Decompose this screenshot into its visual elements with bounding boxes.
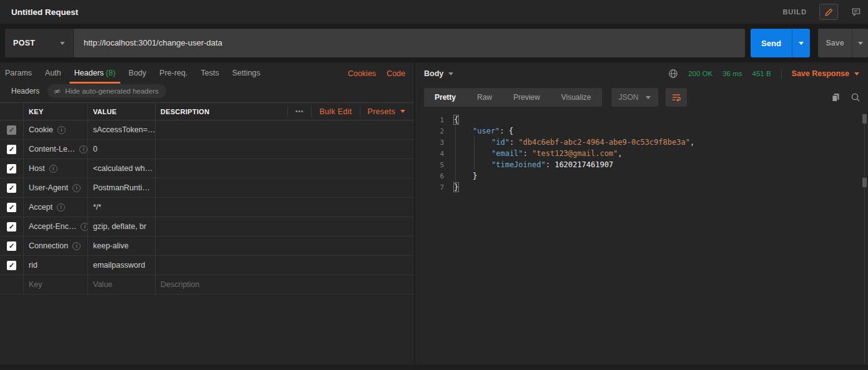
info-icon[interactable]: i — [72, 184, 81, 192]
header-value-cell[interactable]: sAccessToken=… — [87, 120, 155, 139]
hide-autogenerated-headers-button[interactable]: Hide auto-generated headers — [47, 84, 166, 98]
save-button[interactable]: Save — [818, 29, 852, 57]
header-key-cell[interactable]: Hosti — [23, 159, 87, 178]
tab-auth[interactable]: Auth — [45, 63, 61, 84]
info-icon[interactable]: i — [72, 242, 81, 250]
divider — [311, 107, 312, 117]
scrollbar-thumb[interactable] — [862, 114, 867, 124]
header-description-cell[interactable] — [155, 256, 414, 275]
format-dropdown[interactable]: JSON — [611, 88, 658, 107]
chevron-down-icon — [448, 72, 453, 75]
view-tab-visualize[interactable]: Visualize — [551, 88, 602, 107]
info-icon[interactable]: i — [49, 165, 57, 173]
info-icon[interactable]: i — [79, 145, 87, 153]
line-number: 1 — [415, 116, 454, 124]
new-key-input[interactable]: Key — [23, 275, 87, 294]
divider — [360, 107, 360, 117]
tab-tests[interactable]: Tests — [200, 63, 219, 84]
tab-label: Tests — [200, 69, 219, 77]
chevron-down-icon — [854, 72, 859, 75]
row-checkbox[interactable] — [7, 222, 16, 231]
globe-icon[interactable] — [668, 69, 678, 79]
comments-button[interactable] — [847, 4, 866, 20]
tab-pre-req-[interactable]: Pre-req. — [159, 63, 187, 84]
method-select[interactable]: POST — [5, 29, 74, 57]
tab-headers[interactable]: Headers (8) — [74, 63, 116, 84]
search-icon[interactable] — [851, 92, 861, 102]
indent-guide — [455, 137, 473, 148]
table-row: Hosti<calculated wh… — [0, 159, 414, 178]
header-key-cell[interactable]: Cookiei — [23, 120, 87, 139]
header-key-cell[interactable]: Accept-Enc…i — [23, 217, 87, 236]
header-key-cell[interactable]: Connectioni — [23, 236, 87, 255]
row-checkbox[interactable] — [7, 145, 16, 154]
code-line-content: { — [454, 114, 458, 125]
tab-body[interactable]: Body — [129, 63, 147, 84]
row-checkbox[interactable] — [7, 164, 16, 173]
json-token: "user" — [473, 127, 500, 135]
info-icon[interactable]: i — [57, 126, 66, 134]
send-options-button[interactable] — [792, 29, 810, 57]
view-tab-preview[interactable]: Preview — [503, 88, 551, 107]
row-checkbox[interactable] — [7, 241, 16, 251]
chevron-down-icon — [858, 42, 863, 45]
info-icon[interactable]: i — [81, 223, 87, 231]
header-description-cell[interactable] — [155, 217, 414, 236]
header-value-cell[interactable]: */* — [87, 198, 155, 217]
response-panel: Body 200 OK 36 ms 451 B Save Response Pr… — [415, 62, 868, 365]
table-row: CookieisAccessToken=… — [0, 120, 414, 140]
title-bar: Untitled Request BUILD — [0, 0, 868, 24]
header-description-cell[interactable] — [155, 198, 414, 217]
header-value-cell[interactable]: emailpassword — [87, 256, 155, 275]
table-row: Content-Le…i0 — [0, 140, 414, 159]
header-key-cell[interactable]: Content-Le…i — [23, 140, 87, 158]
url-input[interactable]: http://localhost:3001/change-user-data — [74, 29, 745, 57]
new-header-row: KeyValueDescription — [0, 275, 414, 295]
header-key-cell[interactable]: rid — [23, 256, 87, 275]
row-select-cell — [0, 236, 23, 255]
cookies-link[interactable]: Cookies — [348, 69, 376, 78]
more-options-button[interactable]: ••• — [295, 108, 304, 115]
wrap-lines-button[interactable] — [666, 88, 687, 107]
copy-icon[interactable] — [831, 92, 841, 102]
view-tab-pretty[interactable]: Pretty — [424, 88, 466, 107]
header-description-cell[interactable] — [155, 140, 414, 158]
scrollbar-thumb[interactable] — [862, 178, 867, 187]
indent-guide — [455, 159, 473, 170]
bulk-edit-button[interactable]: Bulk Edit — [319, 107, 352, 116]
response-body-dropdown[interactable]: Body — [424, 69, 453, 78]
header-value-cell[interactable]: 0 — [87, 140, 155, 158]
save-options-button[interactable] — [852, 29, 868, 57]
header-value-cell[interactable]: PostmanRunti… — [87, 178, 155, 197]
header-description-cell[interactable] — [155, 178, 414, 197]
tab-params[interactable]: Params — [5, 63, 32, 84]
row-checkbox[interactable] — [7, 203, 16, 212]
edit-mode-button[interactable] — [819, 4, 838, 20]
indent-guide — [474, 148, 491, 159]
header-value-cell[interactable]: keep-alive — [87, 236, 155, 255]
code-line-content: } — [454, 182, 458, 193]
row-checkbox[interactable] — [7, 125, 16, 135]
headers-subheader: Headers Hide auto-generated headers — [0, 84, 414, 102]
code-link[interactable]: Code — [387, 69, 405, 78]
row-checkbox[interactable] — [7, 261, 16, 270]
comment-icon — [851, 7, 861, 17]
header-value-cell[interactable]: <calculated wh… — [87, 159, 155, 178]
row-checkbox[interactable] — [7, 183, 16, 193]
new-value-input[interactable]: Value — [87, 275, 155, 294]
header-description-cell[interactable] — [155, 120, 414, 139]
scrollbar-track[interactable] — [864, 114, 865, 364]
send-button[interactable]: Send — [751, 29, 792, 57]
response-body-code[interactable]: 1{2"user": {3"id": "db4c6ebf-abc2-4964-a… — [415, 110, 868, 193]
header-key-cell[interactable]: Accepti — [23, 198, 87, 217]
header-description-cell[interactable] — [155, 236, 414, 255]
view-tab-raw[interactable]: Raw — [466, 88, 503, 107]
tab-settings[interactable]: Settings — [232, 63, 260, 84]
info-icon[interactable]: i — [57, 203, 65, 212]
header-key-cell[interactable]: User-Agenti — [23, 178, 87, 197]
save-response-dropdown[interactable]: Save Response — [792, 69, 859, 78]
header-description-cell[interactable] — [155, 159, 414, 178]
new-description-input[interactable]: Description — [155, 275, 414, 294]
header-value-cell[interactable]: gzip, deflate, br — [87, 217, 155, 236]
presets-dropdown[interactable]: Presets — [368, 107, 405, 116]
